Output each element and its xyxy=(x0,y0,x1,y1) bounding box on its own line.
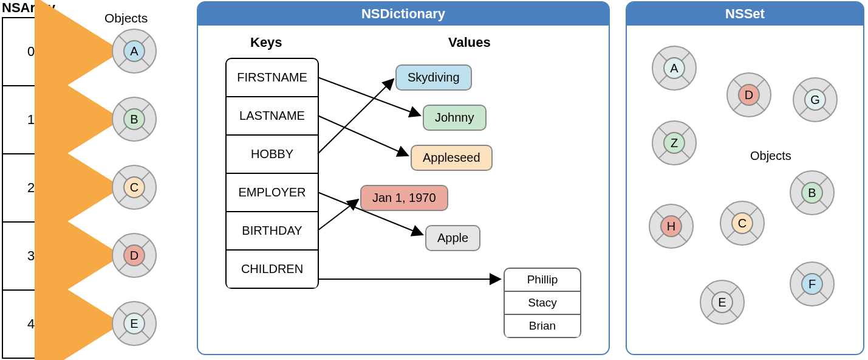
nsarray-object-letter: E xyxy=(123,313,145,334)
nsset-object-letter: B xyxy=(801,182,823,204)
value-pill-apple: Apple xyxy=(425,225,480,251)
nsset-object-letter: C xyxy=(731,212,753,234)
nsset-object-node: Z xyxy=(652,120,697,165)
nsset-object-node: C xyxy=(720,201,765,246)
nsset-object-node: G xyxy=(793,77,838,122)
key-cell: LASTNAME xyxy=(227,97,318,136)
nsarray-object-node: E xyxy=(112,301,157,346)
nsarray-index-cell: 2 xyxy=(3,154,59,223)
children-table: Phillip Stacy Brian xyxy=(504,268,581,338)
nsarray-title: NSArray xyxy=(2,0,55,16)
nsarray-index-cell: 3 xyxy=(3,223,59,291)
keys-table: FIRSTNAME LASTNAME HOBBY EMPLOYER BIRTHD… xyxy=(225,58,319,289)
nsset-object-letter: H xyxy=(660,215,682,237)
nsarray-object-letter: B xyxy=(123,108,145,130)
child-cell: Phillip xyxy=(505,269,580,292)
nsarray-object-node: D xyxy=(112,233,157,278)
value-pill-skydiving: Skydiving xyxy=(395,64,472,91)
nsset-object-node: A xyxy=(652,46,697,91)
nsset-object-node: B xyxy=(790,170,835,215)
values-label: Values xyxy=(448,35,491,50)
nsarray-index-table: 0 1 2 3 4 xyxy=(2,17,60,359)
nsarray-object-node: A xyxy=(112,29,157,74)
nsarray-object-letter: A xyxy=(123,40,145,62)
nsset-object-letter: D xyxy=(738,84,760,106)
nsarray-object-node: B xyxy=(112,97,157,142)
value-pill-appleseed: Appleseed xyxy=(411,145,493,171)
child-cell: Brian xyxy=(505,315,580,338)
nsarray-index-cell: 0 xyxy=(3,18,59,86)
nsset-object-letter: G xyxy=(804,89,826,111)
nsset-object-node: E xyxy=(700,280,745,325)
key-cell: EMPLOYER xyxy=(227,174,318,212)
nsset-title: NSSet xyxy=(627,2,863,26)
nsset-object-node: H xyxy=(649,204,694,249)
value-pill-johnny: Johnny xyxy=(423,105,487,131)
nsset-object-node: D xyxy=(726,72,771,117)
key-cell: HOBBY xyxy=(227,136,318,174)
nsset-object-letter: E xyxy=(711,291,733,313)
value-pill-jan: Jan 1, 1970 xyxy=(360,185,448,211)
nsarray-object-letter: D xyxy=(123,244,145,266)
key-cell: FIRSTNAME xyxy=(227,59,318,97)
key-cell: BIRTHDAY xyxy=(227,212,318,251)
keys-label: Keys xyxy=(250,35,282,50)
key-cell: CHILDREN xyxy=(227,251,318,289)
nsset-object-letter: Z xyxy=(663,132,685,154)
nsarray-object-node: C xyxy=(112,165,157,210)
nsarray-objects-label: Objects xyxy=(104,11,148,26)
nsset-object-node: F xyxy=(790,261,835,306)
nsarray-object-letter: C xyxy=(123,176,145,198)
nsarray-index-cell: 4 xyxy=(3,291,59,359)
child-cell: Stacy xyxy=(505,292,580,315)
nsset-object-letter: A xyxy=(663,57,685,79)
nsarray-index-cell: 1 xyxy=(3,86,59,154)
nsdictionary-title: NSDictionary xyxy=(198,2,609,26)
nsset-objects-label: Objects xyxy=(750,149,791,163)
nsset-object-letter: F xyxy=(801,273,823,295)
